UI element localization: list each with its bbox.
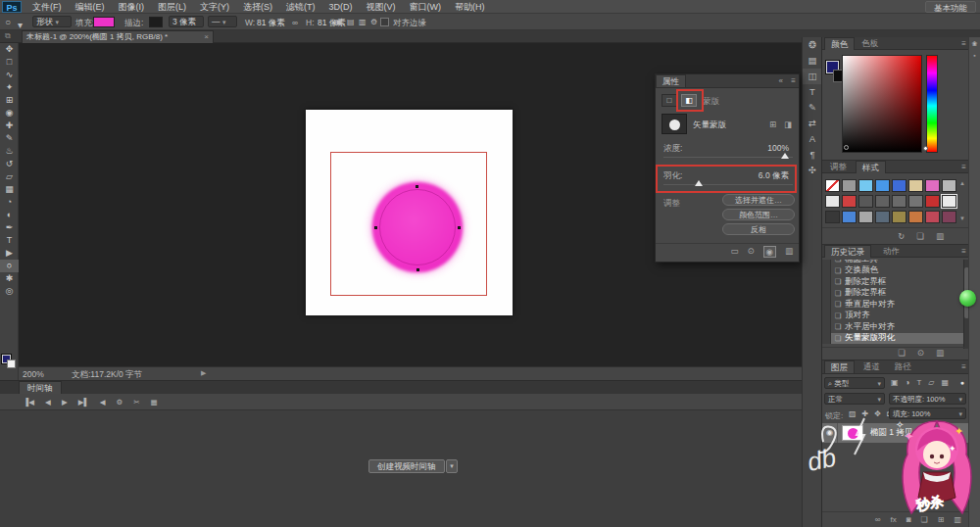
history-source-checkbox[interactable] bbox=[822, 288, 831, 300]
mask-border-icon[interactable]: ▭ bbox=[730, 246, 738, 258]
history-source-checkbox[interactable] bbox=[822, 311, 831, 322]
marquee-tool[interactable]: □ bbox=[0, 56, 19, 69]
style-swatch[interactable] bbox=[908, 211, 923, 223]
history-state-row[interactable]: ❏顶对齐 bbox=[822, 311, 963, 322]
filter-adjustment-icon[interactable]: ◑ bbox=[906, 378, 910, 387]
status-arrow-icon[interactable]: ▶ bbox=[201, 369, 206, 377]
mask-visibility-icon[interactable]: ◉ bbox=[763, 246, 776, 258]
zoom-tool[interactable]: ◎ bbox=[0, 285, 19, 298]
style-swatch[interactable] bbox=[825, 211, 840, 223]
gear-icon[interactable]: ⚙ bbox=[370, 17, 377, 27]
history-state-row[interactable]: ❏水平居中对齐 bbox=[822, 321, 963, 333]
audio-icon[interactable]: ◀ bbox=[100, 398, 106, 407]
menu-item[interactable]: 3D(D) bbox=[322, 0, 360, 14]
filter-smartobject-icon[interactable]: ▦ bbox=[941, 378, 949, 387]
window-arrange-icon[interactable]: ⧉ bbox=[5, 31, 11, 41]
tab-swatches[interactable]: 色板 bbox=[856, 37, 884, 50]
blend-mode-dropdown[interactable]: 正常▾ bbox=[824, 393, 885, 405]
anchor-point-left[interactable] bbox=[374, 226, 377, 229]
document-canvas[interactable] bbox=[306, 110, 513, 315]
dot-icon[interactable]: ▪ bbox=[969, 52, 980, 59]
align-edges-checkbox[interactable] bbox=[380, 18, 389, 26]
workspace-switcher-button[interactable]: 基本功能 bbox=[925, 1, 976, 13]
style-swatch[interactable] bbox=[875, 195, 890, 208]
filter-pixel-icon[interactable]: ▣ bbox=[891, 378, 899, 387]
ellipse-tool[interactable]: ○ bbox=[0, 260, 19, 272]
history-source-checkbox[interactable] bbox=[822, 333, 831, 345]
mask-button-0[interactable]: 选择并遮住… bbox=[722, 194, 795, 206]
style-swatch[interactable] bbox=[842, 195, 857, 208]
style-swatch[interactable] bbox=[842, 211, 857, 223]
eyedropper-tool[interactable]: ◉ bbox=[0, 107, 19, 120]
menu-item[interactable]: 文字(Y) bbox=[193, 0, 236, 14]
levels-icon[interactable]: ◫ bbox=[803, 69, 822, 84]
trash-icon[interactable]: ▥ bbox=[936, 231, 944, 241]
saturation-brightness-square[interactable] bbox=[842, 55, 922, 153]
density-value[interactable]: 100% bbox=[767, 143, 789, 153]
scroll-up-icon[interactable]: ▲ bbox=[959, 180, 965, 186]
tab-channels[interactable]: 通道 bbox=[858, 360, 886, 373]
menu-item[interactable]: 图像(I) bbox=[112, 0, 152, 14]
clear-style-icon[interactable]: ↻ bbox=[898, 231, 905, 241]
style-swatch[interactable] bbox=[892, 195, 906, 208]
feather-value[interactable]: 6.0 像素 bbox=[759, 170, 789, 182]
menu-item[interactable]: 滤镜(T) bbox=[279, 0, 322, 14]
snapshot-camera-icon[interactable]: ⊙ bbox=[917, 348, 924, 358]
history-state-row[interactable]: ❏垂直居中对齐 bbox=[822, 299, 963, 311]
menu-item[interactable]: 视图(V) bbox=[360, 0, 403, 14]
flower-icon[interactable]: ❀ bbox=[969, 40, 980, 48]
close-tab-icon[interactable]: × bbox=[204, 31, 209, 43]
tab-styles[interactable]: 样式 bbox=[856, 161, 886, 173]
menu-item[interactable]: 文件(F) bbox=[25, 0, 69, 14]
transition-icon[interactable]: ▦ bbox=[151, 398, 158, 407]
glyphs-icon[interactable]: ✣ bbox=[803, 163, 822, 178]
split-icon[interactable]: ✂ bbox=[133, 398, 139, 407]
tab-color[interactable]: 颜色 bbox=[824, 37, 855, 50]
tab-history[interactable]: 历史记录 bbox=[824, 245, 871, 258]
lock-position-icon[interactable]: ✥ bbox=[874, 409, 881, 418]
style-swatch[interactable] bbox=[825, 179, 840, 192]
gradient-tool[interactable]: ▦ bbox=[0, 183, 19, 196]
mask-button-1[interactable]: 颜色范围… bbox=[722, 209, 795, 220]
brush-tool[interactable]: ✎ bbox=[0, 132, 19, 145]
style-swatch[interactable] bbox=[825, 195, 840, 208]
style-swatch[interactable] bbox=[858, 195, 873, 208]
visibility-eye-icon[interactable]: ◉ bbox=[822, 423, 838, 443]
mask-edge-icon[interactable]: ⊞ bbox=[769, 120, 776, 129]
history-source-checkbox[interactable] bbox=[822, 265, 831, 277]
dodge-tool[interactable]: ◐ bbox=[0, 209, 19, 221]
style-swatch[interactable] bbox=[925, 179, 940, 192]
swap-icon[interactable]: ⇄ bbox=[803, 116, 822, 131]
vector-mask-thumbnail[interactable] bbox=[662, 114, 687, 134]
document-tab[interactable]: 未标题-1 @ 200%(椭圆 1 拷贝, RGB/8) *× bbox=[22, 30, 214, 43]
history-state-row[interactable]: ❏矢量蒙版羽化 bbox=[822, 333, 963, 345]
style-swatch[interactable] bbox=[942, 179, 956, 192]
path-arrangement-icon[interactable]: ▥ bbox=[359, 17, 367, 27]
style-swatch[interactable] bbox=[892, 211, 906, 223]
tool-preset-icon[interactable]: ○ bbox=[5, 17, 11, 27]
hue-ramp[interactable] bbox=[926, 55, 938, 153]
panel-menu-icon[interactable]: ≡ bbox=[961, 163, 966, 171]
apply-mask-icon[interactable]: ⊙ bbox=[747, 246, 754, 258]
style-swatch[interactable] bbox=[842, 179, 857, 192]
style-swatch[interactable] bbox=[875, 179, 890, 192]
panel-menu-icon[interactable]: ≡ bbox=[961, 247, 966, 256]
paragraph-icon[interactable]: ¶ bbox=[803, 147, 822, 163]
feather-slider-knob[interactable] bbox=[695, 180, 703, 186]
menu-item[interactable]: 帮助(H) bbox=[448, 0, 492, 14]
menu-item[interactable]: 编辑(E) bbox=[69, 0, 112, 14]
style-swatch[interactable] bbox=[942, 211, 956, 223]
character-styles-icon[interactable]: T bbox=[803, 84, 822, 100]
lock-paint-icon[interactable]: ✚ bbox=[862, 409, 869, 418]
new-doc-from-state-icon[interactable]: ❏ bbox=[898, 348, 906, 358]
foreground-background-swatches[interactable] bbox=[2, 355, 17, 369]
filter-toggle-icon[interactable]: ● bbox=[960, 379, 964, 386]
style-swatch[interactable] bbox=[925, 211, 940, 223]
play-icon[interactable]: ▶ bbox=[62, 398, 68, 407]
clone-stamp-tool[interactable]: ♨ bbox=[0, 145, 19, 158]
stroke-width-input[interactable]: 3 像素 bbox=[169, 16, 204, 27]
tab-paths[interactable]: 路径 bbox=[889, 360, 917, 373]
mask-button-2[interactable]: 反相 bbox=[722, 223, 795, 235]
tab-actions[interactable]: 动作 bbox=[877, 245, 906, 258]
move-tool[interactable]: ✥ bbox=[0, 43, 19, 56]
